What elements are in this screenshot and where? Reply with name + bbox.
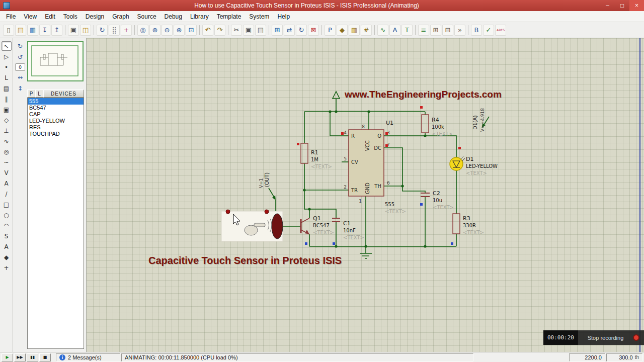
2d-circle-mode-button[interactable]: ○	[2, 210, 12, 220]
menu-file[interactable]: File	[2, 12, 20, 21]
device-item-cap[interactable]: CAP	[28, 111, 84, 118]
pick-parts-button[interactable]: P	[325, 25, 336, 36]
voltage-probe-out[interactable]: (OUT) V=1	[259, 172, 276, 200]
open-design-button[interactable]: ▤	[15, 25, 26, 36]
component-c1[interactable]: C1 10nF <TEXT>	[332, 218, 364, 240]
ground-symbol[interactable]	[360, 246, 372, 258]
component-c2[interactable]: C2 10u <TEXT>	[421, 190, 454, 210]
mirror-vertical-button[interactable]: ↕	[15, 83, 25, 93]
cut-button[interactable]: ✂	[231, 25, 242, 36]
2d-path-mode-button[interactable]: S	[2, 231, 12, 241]
design-explorer-button[interactable]: ≡	[418, 25, 429, 36]
save-design-button[interactable]: ▦	[27, 25, 38, 36]
menu-edit[interactable]: Edit	[41, 12, 59, 21]
schematic-editor[interactable]: www.TheEngineeringProjects.com www.TheEn…	[87, 38, 644, 352]
maximize-button[interactable]: □	[615, 0, 629, 11]
netlist-to-ares-button[interactable]: ARES	[495, 25, 506, 36]
remove-sheet-button[interactable]: ⊟	[442, 25, 453, 36]
watermark-text[interactable]: www.TheEngineeringProjects.com www.TheEn…	[344, 89, 502, 100]
menu-help[interactable]: Help	[273, 12, 294, 21]
menu-system[interactable]: System	[245, 12, 273, 21]
toggle-grid-button[interactable]: ⣿	[109, 25, 120, 36]
mark-output-area-button[interactable]: ◫	[80, 25, 91, 36]
wire-label-mode-button[interactable]: L	[2, 73, 12, 82]
bill-of-materials-button[interactable]: B	[471, 25, 482, 36]
device-pins-mode-button[interactable]: ⊥	[2, 126, 12, 135]
close-button[interactable]: ×	[629, 0, 644, 11]
search-and-tag-button[interactable]: A	[389, 25, 400, 36]
component-mode-button[interactable]: ▷	[2, 52, 12, 61]
component-r4[interactable]: R4 100k <TEXT>	[422, 115, 453, 137]
2d-text-mode-button[interactable]: A	[2, 242, 12, 251]
terminals-mode-button[interactable]: ◇	[2, 115, 12, 125]
overview-panel[interactable]	[27, 41, 84, 81]
toggle-origin-button[interactable]: +	[121, 25, 132, 36]
menu-debug[interactable]: Debug	[160, 12, 186, 21]
component-u1[interactable]: U1 555 <TEXT> 4 5 2 8 3 7 6 1 R CV TR Q …	[344, 120, 406, 214]
zoom-all-button[interactable]: ⊛	[174, 25, 185, 36]
menu-tools[interactable]: Tools	[59, 12, 82, 21]
menu-source[interactable]: Source	[133, 12, 160, 21]
current-probe-mode-button[interactable]: A	[2, 178, 12, 188]
component-r3[interactable]: R3 330R <TEXT>	[453, 214, 484, 235]
selection-mode-button[interactable]: ↖	[2, 41, 12, 51]
new-design-button[interactable]: ▯	[3, 25, 14, 36]
2d-box-mode-button[interactable]: □	[2, 200, 12, 209]
subcircuit-mode-button[interactable]: ▣	[2, 105, 12, 114]
2d-symbol-mode-button[interactable]: ◆	[2, 252, 12, 262]
device-item-led-yellow[interactable]: LED-YELLOW	[28, 118, 84, 124]
block-delete-button[interactable]: ⊠	[308, 25, 319, 36]
decompose-button[interactable]: #	[361, 25, 372, 36]
component-q1[interactable]: Q1 BC547 <TEXT>	[301, 215, 334, 235]
menu-view[interactable]: View	[20, 12, 41, 21]
new-sheet-button[interactable]: ⊞	[430, 25, 441, 36]
wire-autorouter-button[interactable]: ∿	[377, 25, 388, 36]
paste-button[interactable]: ▤	[255, 25, 266, 36]
voltage-probe-d1a[interactable]: D1(A) V=+4.918	[472, 108, 489, 132]
rotate-anticlockwise-button[interactable]: ↺	[15, 52, 25, 62]
library-button[interactable]: L	[35, 89, 43, 98]
copy-button[interactable]: ▣	[243, 25, 254, 36]
junction-dot-mode-button[interactable]: •	[2, 62, 12, 72]
stop-button[interactable]: ■	[39, 353, 51, 361]
property-assignment-button[interactable]: T	[401, 25, 413, 36]
print-design-button[interactable]: ▣	[68, 25, 79, 36]
tape-recorder-mode-button[interactable]: ◎	[2, 147, 12, 156]
undo-button[interactable]: ↶	[202, 25, 213, 36]
menu-library[interactable]: Library	[186, 12, 213, 21]
block-copy-button[interactable]: ⊞	[272, 25, 283, 36]
2d-arc-mode-button[interactable]: ◠	[2, 221, 12, 230]
component-touchpad[interactable]	[221, 210, 283, 241]
menu-graph[interactable]: Graph	[108, 12, 133, 21]
caption-text[interactable]: Capacitive Touch Sensor in Proteus ISIS …	[148, 255, 342, 266]
device-item-touchpad[interactable]: TOUCHPAD	[28, 131, 84, 137]
block-rotate-button[interactable]: ↻	[296, 25, 307, 36]
generator-mode-button[interactable]: ~	[2, 157, 12, 167]
device-item-555[interactable]: 555	[28, 98, 84, 105]
make-device-button[interactable]: ◆	[337, 25, 348, 36]
voltage-probe-mode-button[interactable]: V	[2, 168, 12, 177]
mirror-horizontal-button[interactable]: ↔	[15, 72, 25, 82]
buses-mode-button[interactable]: ∥	[2, 94, 12, 104]
zoom-in-button[interactable]: ⊕	[149, 25, 160, 36]
refresh-display-button[interactable]: ↻	[97, 25, 108, 36]
center-at-cursor-button[interactable]: ◎	[137, 25, 148, 36]
minimize-button[interactable]: –	[600, 0, 615, 11]
record-indicator-icon[interactable]	[633, 334, 639, 341]
play-button[interactable]: ▶	[2, 353, 13, 361]
component-d1[interactable]: D1 LED-YELLOW <TEXT>	[450, 156, 498, 176]
electrical-rule-check-button[interactable]: ✓	[483, 25, 494, 36]
export-section-button[interactable]: ↥	[51, 25, 62, 36]
menu-template[interactable]: Template	[213, 12, 246, 21]
pause-button[interactable]: ▮▮	[27, 353, 38, 361]
zoom-area-button[interactable]: ⊡	[186, 25, 197, 36]
step-button[interactable]: ▶▶	[14, 353, 26, 361]
schematic-canvas[interactable]: www.TheEngineeringProjects.com www.TheEn…	[87, 38, 644, 352]
redo-button[interactable]: ↷	[214, 25, 225, 36]
menu-design[interactable]: Design	[82, 12, 108, 21]
marker-mode-button[interactable]: +	[2, 263, 12, 273]
zoom-out-button[interactable]: ⊖	[162, 25, 173, 36]
message-cell[interactable]: i 2 Message(s)	[56, 353, 120, 361]
block-move-button[interactable]: ⇄	[284, 25, 295, 36]
component-r1[interactable]: R1 1M <TEXT>	[301, 143, 332, 169]
